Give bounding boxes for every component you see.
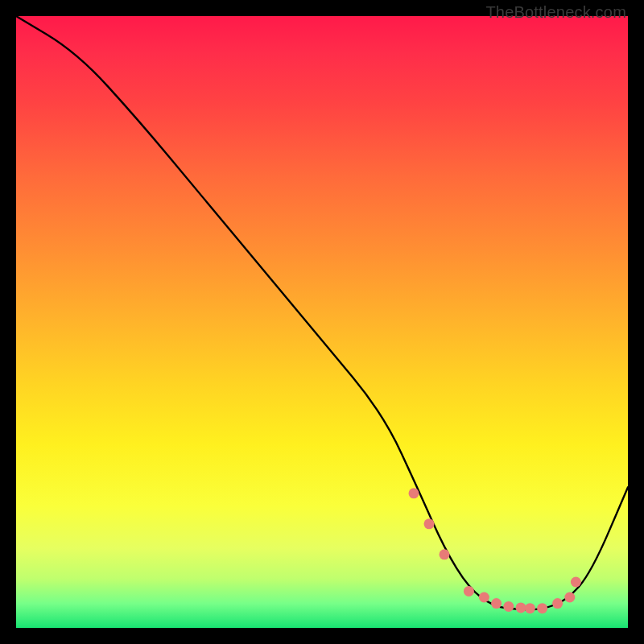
bottleneck-curve: [16, 16, 628, 609]
marker-dot: [491, 598, 502, 609]
marker-dot: [440, 549, 450, 559]
plot-area: [16, 16, 628, 628]
marker-dot: [571, 577, 581, 588]
marker-dot: [479, 592, 489, 603]
marker-dot: [516, 602, 526, 613]
marker-dot: [537, 603, 547, 613]
marker-dot: [552, 598, 563, 609]
marker-dot: [503, 601, 514, 612]
chart-svg: [16, 16, 628, 628]
marker-dot: [464, 586, 474, 597]
marker-dot: [564, 592, 575, 603]
watermark-text: TheBottleneck.com: [485, 3, 626, 22]
marker-dot: [409, 488, 419, 498]
curve-markers: [409, 488, 581, 613]
marker-dot: [525, 603, 535, 613]
marker-dot: [424, 518, 435, 529]
chart-frame: TheBottleneck.com: [0, 0, 644, 644]
